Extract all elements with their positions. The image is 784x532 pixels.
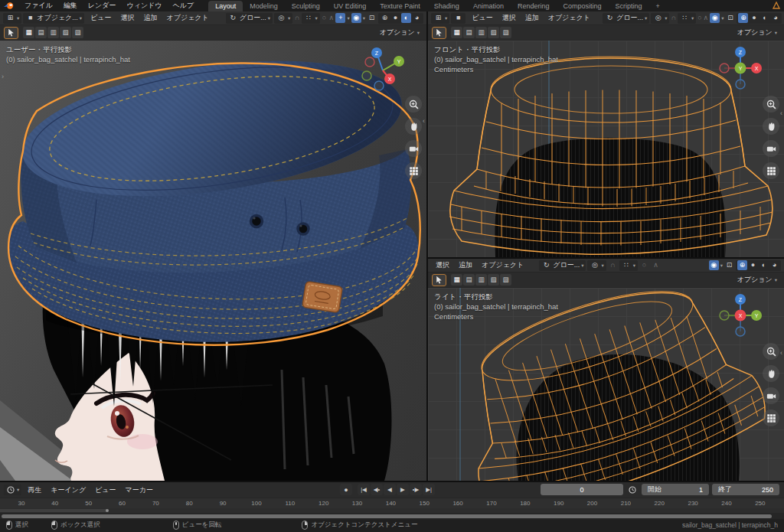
- pivot-dropdown[interactable]: ◎▾: [651, 13, 669, 24]
- timeline-menu-item[interactable]: マーカー: [121, 485, 158, 495]
- topbar-menu-item[interactable]: 編集: [58, 1, 83, 11]
- viewport-menu-item[interactable]: オブジェクト: [162, 13, 214, 23]
- blender-logo-icon[interactable]: [3, 2, 15, 10]
- play-button[interactable]: ▶: [397, 484, 409, 495]
- viewport-menu-item[interactable]: ビュー: [86, 13, 116, 23]
- workspace-tab[interactable]: Animation: [466, 1, 511, 11]
- select-mode-invert[interactable]: ▧: [488, 27, 499, 38]
- topbar-menu-item[interactable]: レンダー: [83, 1, 122, 11]
- select-mode-set[interactable]: ▦: [451, 274, 462, 286]
- proportional-edit-icon[interactable]: ○: [322, 13, 327, 23]
- topbar-menu-item[interactable]: ウィンドウ: [121, 1, 167, 11]
- proportional-edit-icon[interactable]: ○: [697, 13, 701, 23]
- timeline-menu-item[interactable]: キーイング: [46, 485, 90, 495]
- editor-type-button[interactable]: ⊞▾: [431, 13, 449, 24]
- select-mode-intersect[interactable]: ▨: [500, 27, 511, 38]
- topbar-menu-item[interactable]: ファイル: [19, 1, 58, 11]
- ortho-toggle-button[interactable]: [763, 410, 779, 426]
- xray-toggle-icon[interactable]: ⊡: [367, 13, 377, 23]
- next-keyframe-button[interactable]: •▶: [410, 484, 422, 495]
- viewport-menu-item[interactable]: 選択: [431, 260, 454, 270]
- zoom-button[interactable]: [763, 96, 779, 113]
- falloff-icon[interactable]: ∧: [328, 13, 334, 23]
- mode-dropdown[interactable]: ■: [451, 13, 466, 24]
- select-mode-extend[interactable]: ▤: [463, 27, 475, 38]
- viewport-menu-item[interactable]: 選択: [116, 13, 139, 23]
- xray-toggle-icon[interactable]: ⊡: [725, 13, 735, 23]
- workspace-tab[interactable]: +: [648, 1, 666, 11]
- pivot-dropdown[interactable]: ◎▾: [587, 260, 606, 271]
- camera-view-button[interactable]: [405, 140, 422, 157]
- shading-rendered-icon[interactable]: ◕: [412, 13, 422, 23]
- show-overlays-icon[interactable]: ◉: [351, 13, 361, 23]
- workspace-tab[interactable]: Compositing: [556, 1, 608, 11]
- prev-keyframe-button[interactable]: ◀•: [371, 484, 383, 495]
- select-mode-set[interactable]: ▦: [451, 27, 462, 38]
- timeline-scrollbar[interactable]: [0, 513, 784, 519]
- snap-magnet-icon[interactable]: ∩: [294, 13, 299, 23]
- select-mode-extend[interactable]: ▤: [35, 27, 47, 38]
- options-button[interactable]: オプション▾: [734, 28, 780, 38]
- workspace-tab[interactable]: Rendering: [511, 1, 557, 11]
- preview-range-clock-icon[interactable]: [626, 484, 639, 495]
- ortho-toggle-button[interactable]: [405, 162, 422, 179]
- ortho-toggle-button[interactable]: [763, 162, 779, 179]
- pan-button[interactable]: [763, 365, 779, 382]
- snap-magnet-icon[interactable]: ∩: [671, 13, 675, 23]
- timeline-menu-item[interactable]: ビュー: [90, 485, 120, 495]
- options-button[interactable]: オプション▾: [734, 275, 780, 285]
- shading-solid-icon[interactable]: ●: [749, 13, 759, 23]
- select-mode-set[interactable]: ▦: [23, 27, 34, 38]
- shading-solid-icon[interactable]: ●: [390, 13, 400, 23]
- orientation-dropdown[interactable]: ↻グロー...▾: [539, 260, 586, 271]
- workspace-tab[interactable]: Sculpting: [285, 1, 327, 11]
- snap-magnet-icon[interactable]: ∩: [608, 260, 618, 270]
- viewport-menu-item[interactable]: オブジェクト: [544, 13, 595, 23]
- falloff-icon[interactable]: ∧: [704, 13, 709, 23]
- show-overlays-icon[interactable]: ◉: [710, 13, 720, 23]
- select-mode-extend[interactable]: ▤: [463, 274, 475, 286]
- select-mode-subtract[interactable]: ▥: [475, 274, 487, 286]
- select-mode-invert[interactable]: ▧: [488, 274, 499, 286]
- show-gizmo-icon[interactable]: +: [335, 13, 345, 23]
- navigation-gizmo[interactable]: Z Y X: [718, 292, 763, 338]
- play-reverse-button[interactable]: ◀: [384, 484, 396, 495]
- sidebar-toggle-icon[interactable]: ‹: [780, 349, 782, 357]
- select-mode-intersect[interactable]: ▨: [500, 274, 511, 286]
- viewport-user-canvas[interactable]: ユーザー・平行投影 (0) sailor_bag_satchel | terra…: [0, 41, 426, 481]
- workspace-tab[interactable]: Scripting: [608, 1, 648, 11]
- snap-with-dropdown[interactable]: ∷▾: [619, 260, 638, 271]
- workspace-tab[interactable]: Texture Paint: [373, 1, 427, 11]
- editor-type-button[interactable]: ▾: [4, 485, 21, 495]
- viewport-side-canvas[interactable]: ライト・平行投影 (0) sailor_bag_satchel | terrap…: [428, 288, 784, 481]
- select-mode-invert[interactable]: ▧: [60, 27, 71, 38]
- shading-rendered-icon[interactable]: ◕: [770, 13, 780, 23]
- shading-wireframe-icon[interactable]: ⊕: [738, 13, 748, 23]
- snap-with-dropdown[interactable]: ∷▾: [678, 13, 696, 24]
- toolbar-expand-icon[interactable]: ›: [2, 73, 4, 80]
- shading-material-icon[interactable]: ◐: [759, 260, 769, 270]
- falloff-icon[interactable]: ∧: [651, 260, 661, 270]
- zoom-button[interactable]: [763, 343, 779, 360]
- pivot-dropdown[interactable]: ◎▾: [274, 13, 292, 24]
- mode-dropdown[interactable]: ■オブジェク...▾: [23, 13, 84, 24]
- viewport-menu-item[interactable]: 追加: [454, 260, 477, 270]
- snap-with-dropdown[interactable]: ∷▾: [302, 13, 320, 24]
- navigation-gizmo[interactable]: Z X Y: [718, 45, 763, 91]
- topbar-menu-item[interactable]: ヘルプ: [168, 1, 200, 11]
- current-frame-field[interactable]: 0: [541, 484, 623, 495]
- active-tool-select-box[interactable]: [432, 27, 446, 39]
- viewport-menu-item[interactable]: 追加: [139, 13, 162, 23]
- shading-wireframe-icon[interactable]: ⊕: [380, 13, 390, 23]
- timeline-ruler[interactable]: 3040506070809010011012013014015016017018…: [0, 498, 784, 508]
- workspace-tab[interactable]: Shading: [427, 1, 466, 11]
- jump-to-start-button[interactable]: |◀: [358, 484, 370, 495]
- select-mode-intersect[interactable]: ▨: [72, 27, 83, 38]
- frame-end-field[interactable]: 終了250: [712, 484, 779, 495]
- active-tool-select-box[interactable]: [432, 274, 446, 286]
- select-mode-subtract[interactable]: ▥: [47, 27, 59, 38]
- camera-view-button[interactable]: [763, 387, 779, 404]
- camera-view-button[interactable]: [763, 140, 779, 157]
- timeline-scrollbar-handle[interactable]: [2, 514, 772, 518]
- options-button[interactable]: オプション▾: [377, 28, 423, 38]
